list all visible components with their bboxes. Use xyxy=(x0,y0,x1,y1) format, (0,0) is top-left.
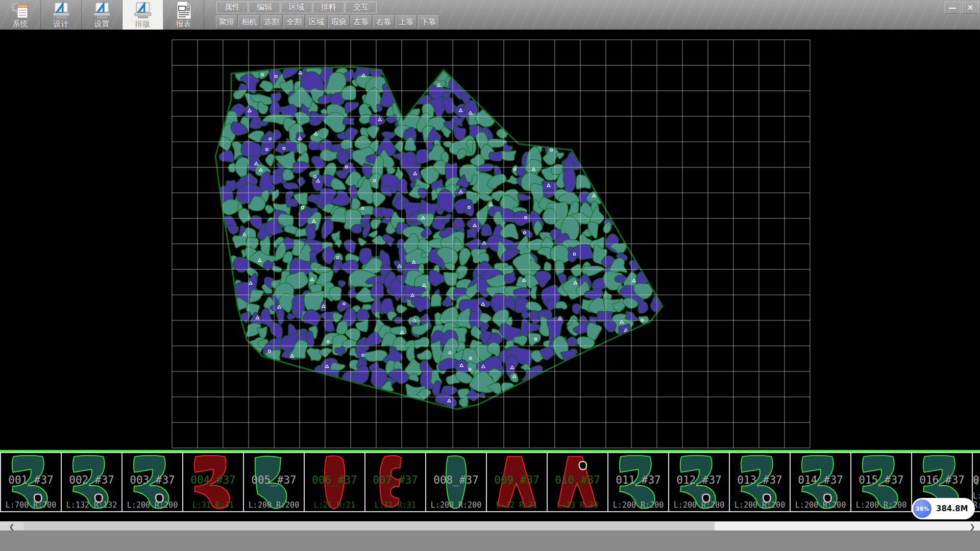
main-nav: 系统 设计 设置 排版 xyxy=(0,0,204,30)
part-thumbnail-003_#37[interactable]: 003_#37 L:200 R:200 xyxy=(122,453,183,511)
part-thumbnail-004_#37[interactable]: 004_#37 L:31 R:31 xyxy=(183,453,244,511)
nested-pieces-layer xyxy=(204,60,674,417)
tool-button-1[interactable]: 聚排 xyxy=(216,15,237,29)
nav-button-label: 设置 xyxy=(94,20,110,29)
part-lr-count-label: L:132 R:132 xyxy=(62,500,121,510)
status-badge: 38% 384.8M xyxy=(912,498,975,519)
part-id-label: 014_#37 xyxy=(791,474,850,486)
tool-button-9[interactable]: 上靠 xyxy=(396,15,417,29)
nav-button-report[interactable]: 报表 xyxy=(163,0,204,30)
menu-tab-row: 属性编辑区域排料交互 xyxy=(216,2,377,13)
part-lr-count-label: L:32 R:31 xyxy=(487,500,547,510)
part-id-label: 001_#37 xyxy=(1,474,61,486)
minimize-button[interactable]: — xyxy=(944,2,961,14)
part-id-label: 012_#37 xyxy=(669,474,729,486)
part-lr-count-label: L:200 R:200 xyxy=(851,500,911,510)
tool-button-7[interactable]: 左靠 xyxy=(351,15,372,29)
part-lr-count-label: L:200 R:200 xyxy=(244,500,304,510)
defect-hole xyxy=(579,462,587,470)
nav-button-label: 设计 xyxy=(54,20,69,29)
part-lr-count-label: L:200 R:200 xyxy=(608,500,668,510)
part-id-label: 008_#37 xyxy=(426,474,486,486)
nesting-canvas[interactable] xyxy=(0,30,980,450)
menu-tab-1[interactable]: 属性 xyxy=(216,2,248,13)
part-lr-count-label: L:33 R:33 xyxy=(548,500,607,510)
hide-nesting-view xyxy=(0,30,980,450)
nav-button-layout[interactable]: 排版 xyxy=(122,0,163,30)
tool-button-2[interactable]: 相机 xyxy=(238,15,260,29)
part-id-label: 004_#37 xyxy=(183,474,243,486)
part-lr-count-label: L:200 R:200 xyxy=(730,500,790,510)
part-lr-count-label: L:200 R:200 xyxy=(122,500,182,510)
part-id-label: 017_#37 xyxy=(973,474,980,486)
part-thumbnail-012_#37[interactable]: 012_#37 L:200 R:200 xyxy=(669,453,730,511)
window-controls: — ✕ xyxy=(944,2,978,14)
menu-tab-5[interactable]: 交互 xyxy=(345,2,377,13)
part-id-label: 015_#37 xyxy=(851,474,911,486)
part-id-label: 006_#37 xyxy=(305,474,364,486)
tool-button-5[interactable]: 区域 xyxy=(306,15,327,29)
parts-strip: 001_#37 L:700 R:700 002_#37 L:132 R:132 … xyxy=(0,450,980,521)
menu-tab-3[interactable]: 区域 xyxy=(281,2,312,13)
part-id-label: 003_#37 xyxy=(122,474,182,486)
part-thumbnail-015_#37[interactable]: 015_#37 L:200 R:200 xyxy=(851,453,912,511)
part-id-label: 011_#37 xyxy=(608,474,668,486)
close-button[interactable]: ✕ xyxy=(962,2,978,14)
part-lr-count-label: L:200 R:200 xyxy=(791,500,850,510)
part-lr-count-label: L:31 R:31 xyxy=(365,500,425,510)
nav-button-system[interactable]: 系统 xyxy=(0,0,41,30)
tool-button-10[interactable]: 下靠 xyxy=(418,15,439,29)
part-lr-count-label: L:700 R:700 xyxy=(1,500,61,510)
part-id-label: 016_#37 xyxy=(912,474,972,486)
part-lr-count-label: L:21 R:21 xyxy=(305,500,364,510)
nesting-app-window: 系统 设计 设置 排版 xyxy=(0,0,980,551)
part-thumbnail-007_#37[interactable]: 007_#37 L:31 R:31 xyxy=(365,453,426,511)
part-thumbnail-006_#37[interactable]: 006_#37 L:21 R:21 xyxy=(305,453,365,511)
part-thumbnail-002_#37[interactable]: 002_#37 L:132 R:132 xyxy=(62,453,122,511)
toolbar: 系统 设计 设置 排版 xyxy=(0,0,980,30)
part-id-label: 013_#37 xyxy=(730,474,790,486)
nav-button-design[interactable]: 设计 xyxy=(41,0,82,30)
tool-button-4[interactable]: 全割 xyxy=(283,15,305,29)
nav-button-settings[interactable]: 设置 xyxy=(82,0,122,30)
tool-button-8[interactable]: 右靠 xyxy=(373,15,395,29)
part-id-label: 009_#37 xyxy=(487,474,547,486)
scrollbar-thumb[interactable] xyxy=(23,522,715,531)
horizontal-scrollbar[interactable]: ❮ ❯ xyxy=(0,521,980,531)
part-thumbnail-013_#37[interactable]: 013_#37 L:200 R:200 xyxy=(730,453,791,511)
part-lr-count-label: L:200 R:200 xyxy=(426,500,486,510)
scroll-right-button[interactable]: ❯ xyxy=(965,522,980,531)
progress-percent-badge: 38% xyxy=(913,499,932,518)
part-id-label: 005_#37 xyxy=(244,474,304,486)
part-id-label: 002_#37 xyxy=(62,474,121,486)
part-thumbnail-010_#37[interactable]: 010_#37 L:33 R:33 xyxy=(548,453,608,511)
layout-icon xyxy=(132,1,154,20)
part-lr-count-label: L:200 R:200 xyxy=(669,500,729,510)
tool-button-6[interactable]: 瑕疵 xyxy=(328,15,350,29)
part-thumbnail-009_#37[interactable]: 009_#37 L:32 R:31 xyxy=(487,453,548,511)
parts-strip-cells: 001_#37 L:700 R:700 002_#37 L:132 R:132 … xyxy=(0,452,980,512)
part-id-label: 007_#37 xyxy=(365,474,425,486)
nav-button-label: 报表 xyxy=(176,20,191,29)
status-bar xyxy=(0,531,980,551)
part-thumbnail-017_#37[interactable]: 017_#37 L:200 R:200 xyxy=(973,453,980,511)
tool-button-row: 聚排相机选割全割区域瑕疵左靠右靠上靠下靠 xyxy=(216,15,439,29)
part-lr-count-label: L:31 R:31 xyxy=(183,500,243,510)
system-icon xyxy=(10,1,31,20)
design-icon xyxy=(51,1,72,20)
scroll-left-button[interactable]: ❮ xyxy=(0,522,23,531)
part-thumbnail-011_#37[interactable]: 011_#37 L:200 R:200 xyxy=(608,453,669,511)
nav-button-label: 系统 xyxy=(13,20,28,29)
part-thumbnail-001_#37[interactable]: 001_#37 L:700 R:700 xyxy=(0,453,62,511)
part-id-label: 010_#37 xyxy=(548,474,607,486)
part-thumbnail-005_#37[interactable]: 005_#37 L:200 R:200 xyxy=(244,453,305,511)
tool-button-3[interactable]: 选割 xyxy=(261,15,282,29)
memory-usage-label: 384.8M xyxy=(932,504,975,513)
nav-button-label: 排版 xyxy=(135,20,151,29)
part-thumbnail-008_#37[interactable]: 008_#37 L:200 R:200 xyxy=(426,453,487,511)
part-thumbnail-014_#37[interactable]: 014_#37 L:200 R:200 xyxy=(791,453,851,511)
menu-tab-2[interactable]: 编辑 xyxy=(249,2,280,13)
report-icon xyxy=(173,1,194,20)
menu-tab-4[interactable]: 排料 xyxy=(313,2,345,13)
settings-icon xyxy=(91,1,113,20)
